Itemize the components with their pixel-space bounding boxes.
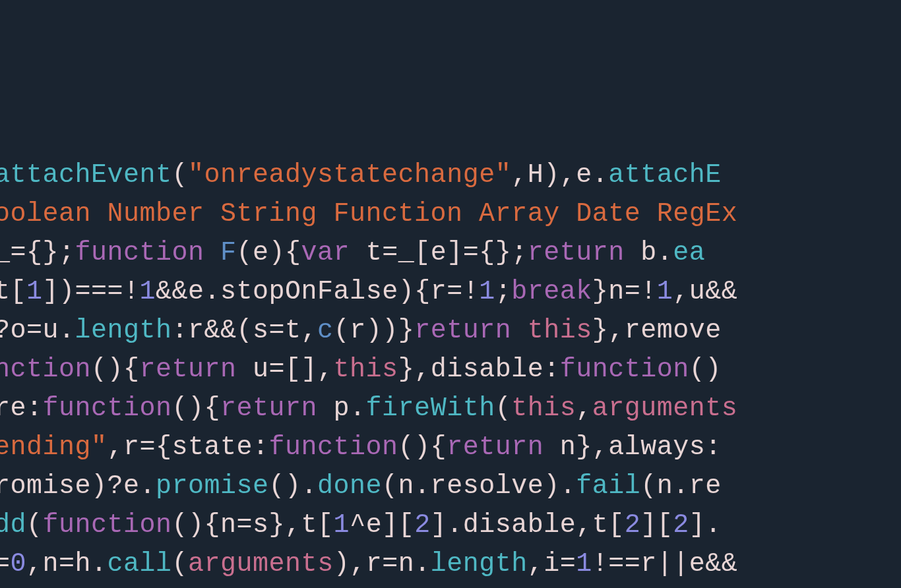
code-token-punct: (){: [398, 432, 447, 462]
code-token-method: attachEvent: [0, 160, 172, 190]
code-token-punct: t[: [0, 277, 26, 307]
code-token-punct: b.: [625, 238, 673, 268]
code-token-punct: n},always:: [544, 432, 722, 462]
code-token-punct: (: [172, 160, 189, 190]
code-token-punct: re:: [0, 394, 43, 423]
code-token-punct: ,n=h.: [26, 549, 108, 579]
code-token-punct: &&e.stopOnFalse){r=!: [156, 277, 479, 307]
code-token-punct: (){: [172, 394, 221, 423]
code-token-string: ending": [0, 432, 108, 462]
code-token-punct: p.: [317, 394, 366, 423]
code-token-punct: t=_[e]={};: [350, 238, 528, 268]
code-line[interactable]: attachEvent("onreadystatechange",H),e.at…: [0, 156, 901, 194]
code-token-keyword: nction: [0, 355, 91, 384]
code-token-number: 1: [576, 549, 592, 579]
code-token-space: [511, 316, 528, 345]
code-token-punct: :r&&(s=t,: [172, 316, 318, 345]
code-token-punct: ,: [576, 394, 592, 423]
code-token-punct: !==r||e&&: [592, 549, 738, 579]
code-line[interactable]: (r),l=Array(r);r>t;t++)n[t]&&b.isFunctio…: [0, 583, 901, 588]
code-token-keyword: function: [43, 510, 172, 540]
code-token-keyword: function: [75, 238, 204, 268]
code-token-punct: (): [689, 355, 722, 384]
code-line[interactable]: romise)?e.promise().done(n.resolve).fail…: [0, 467, 901, 506]
code-token-string: oolean Number String Function Array Date…: [0, 199, 737, 229]
code-line[interactable]: =0,n=h.call(arguments),r=n.length,i=1!==…: [0, 544, 901, 583]
code-token-punct: romise)?e.: [0, 471, 156, 501]
code-token-number: 1: [26, 277, 43, 307]
code-token-keyword: return: [414, 316, 511, 345]
code-token-property: length: [75, 316, 172, 345]
code-line[interactable]: ?o=u.length:r&&(s=t,c(r))}return this},r…: [0, 311, 901, 350]
code-line[interactable]: t[1])===!1&&e.stopOnFalse){r=!1;break}n=…: [0, 272, 901, 311]
code-token-keyword: function: [269, 432, 398, 462]
code-token-string: "onreadystatechange": [188, 160, 511, 190]
code-token-method: fail: [576, 471, 640, 501]
code-token-number: 1: [140, 277, 156, 307]
code-token-number: 1: [479, 277, 495, 307]
code-token-punct: _={};: [0, 238, 75, 268]
code-token-this: this: [511, 394, 576, 423]
code-token-punct: ][: [640, 510, 673, 540]
code-token-punct: ().: [269, 471, 318, 501]
code-token-punct: (: [495, 394, 512, 423]
code-token-punct: ].: [689, 510, 722, 540]
code-token-punct: (r))}: [334, 316, 415, 345]
code-token-punct: (){n=s},t[: [172, 510, 334, 540]
code-token-punct: }n=!: [592, 277, 657, 307]
code-token-punct: (){: [91, 355, 140, 384]
code-token-punct: ^e][: [350, 510, 414, 540]
code-token-space: [204, 238, 221, 268]
code-token-punct: (: [26, 510, 43, 540]
code-token-number: 2: [673, 510, 689, 540]
code-line[interactable]: oolean Number String Function Array Date…: [0, 194, 901, 233]
code-token-punct: ].disable,t[: [431, 510, 625, 540]
code-token-keyword: return: [528, 238, 625, 268]
code-token-punct: (n.re: [640, 471, 722, 501]
code-token-property: length: [431, 549, 528, 579]
code-token-number: 0: [11, 549, 27, 579]
code-token-punct: ,H),e.: [511, 160, 608, 190]
code-token-arguments: arguments: [592, 394, 738, 423]
code-token-keyword: function: [560, 355, 689, 384]
code-token-keyword: break: [511, 277, 592, 307]
code-token-punct: (: [172, 549, 189, 579]
code-token-keyword: return: [140, 355, 237, 384]
code-token-method: fireWith: [366, 394, 495, 423]
code-token-punct: },disable:: [398, 355, 560, 384]
code-token-number: 2: [625, 510, 641, 540]
code-token-punct: (n.resolve).: [382, 471, 576, 501]
code-token-punct: ),r=n.: [334, 549, 431, 579]
code-token-this: this: [334, 355, 398, 384]
code-token-number: 2: [414, 510, 431, 540]
code-token-punct: (e){: [237, 238, 301, 268]
code-token-punct: =: [0, 549, 11, 579]
code-token-punct: },remove: [592, 316, 722, 345]
code-line[interactable]: re:function(){return p.fireWith(this,arg…: [0, 389, 901, 428]
code-token-keyword: return: [447, 432, 544, 462]
code-token-method: dd: [0, 510, 26, 540]
code-token-punct: ?o=u.: [0, 316, 75, 345]
code-token-punct: ,r={state:: [108, 432, 269, 462]
code-token-method: promise: [156, 471, 269, 501]
code-token-punct: ;: [495, 277, 512, 307]
code-editor-viewport[interactable]: attachEvent("onreadystatechange",H),e.at…: [0, 156, 901, 588]
code-line[interactable]: _={};function F(e){var t=_[e]={};return …: [0, 233, 901, 272]
code-token-number: 1: [657, 277, 673, 307]
code-token-keyword: function: [43, 394, 172, 423]
code-token-method: attachE: [608, 160, 722, 190]
code-token-method: ea: [673, 238, 705, 268]
code-token-funcname: c: [317, 316, 334, 345]
code-token-punct: ,u&&: [673, 277, 737, 307]
code-token-number: 1: [334, 510, 350, 540]
code-token-punct: u=[],: [237, 355, 334, 384]
code-line[interactable]: ending",r={state:function(){return n},al…: [0, 428, 901, 467]
code-token-punct: ])===!: [43, 277, 140, 307]
code-token-punct: ,i=: [528, 549, 576, 579]
code-line[interactable]: dd(function(){n=s},t[1^e][2].disable,t[2…: [0, 506, 901, 544]
code-token-method: done: [317, 471, 382, 501]
code-token-keyword: return: [220, 394, 317, 423]
code-token-this: this: [528, 316, 592, 345]
code-token-keyword: var: [301, 238, 350, 268]
code-line[interactable]: nction(){return u=[],this},disable:funct…: [0, 350, 901, 389]
